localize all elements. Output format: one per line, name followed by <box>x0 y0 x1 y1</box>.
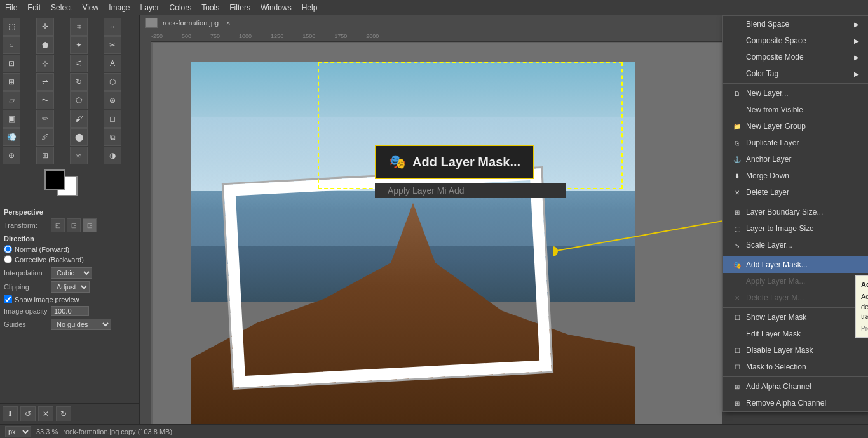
tool-transform[interactable]: ⊡ <box>3 55 20 72</box>
menu-help[interactable]: Help <box>297 2 323 13</box>
menu-layer[interactable]: Layer <box>135 2 165 13</box>
menu-select[interactable]: Select <box>46 2 77 13</box>
tool-mypaint[interactable]: ⬤ <box>70 128 88 146</box>
tool-airbrush[interactable]: 💨 <box>3 128 20 146</box>
tool-fill[interactable]: ▣ <box>3 110 20 128</box>
canvas-filename: rock-formation.jpg <box>163 19 219 27</box>
menu-colors[interactable]: Colors <box>165 2 197 13</box>
tool-measure[interactable]: ⊹ <box>36 55 54 72</box>
foreground-color[interactable] <box>44 169 65 190</box>
tool-resize[interactable]: ↔ <box>104 18 121 36</box>
tool-align[interactable]: ⊞ <box>3 73 20 91</box>
opacity-label: Image opacity <box>4 307 48 315</box>
tool-move[interactable]: ✛ <box>36 18 54 36</box>
menu-file[interactable]: File <box>0 2 22 13</box>
ctx-item-show-layer-mask[interactable]: ☐Show Layer Mask <box>723 309 868 326</box>
tool-bottom-3[interactable]: ✕ <box>38 406 53 421</box>
transform-option-3[interactable]: ◲ <box>83 218 97 232</box>
ctx-item-anchor-layer[interactable]: ⚓Anchor Layer <box>723 151 868 168</box>
tool-perspective-clone[interactable]: ⊞ <box>36 147 54 164</box>
tool-text[interactable]: A <box>104 55 121 72</box>
tool-fuzzy-select[interactable]: ✦ <box>70 36 88 54</box>
main-area: ⬚ ✛ ⌗ ↔ ○ ⬟ ✦ ✂ ⊡ ⊹ ⚟ A ⊞ ⇌ ↻ ⬡ ▱ 〜 ⬠ ⊛ … <box>0 15 868 424</box>
tool-warp[interactable]: 〜 <box>36 91 54 109</box>
menu-windows[interactable]: Windows <box>255 2 297 13</box>
radio-normal[interactable] <box>4 245 12 253</box>
tool-pencil[interactable]: ✏ <box>36 110 54 128</box>
ctx-item-layer-boundary-size[interactable]: ⊞Layer Boundary Size... <box>723 204 868 220</box>
ctx-item-scale-layer[interactable]: ⤡Scale Layer... <box>723 237 868 253</box>
ctx-item-layer-to-image-size[interactable]: ⬚Layer to Image Size <box>723 220 868 237</box>
opacity-input[interactable]: 100.0 <box>51 306 89 316</box>
ctx-item-add-alpha-channel[interactable]: ⊞Add Alpha Channel <box>723 378 868 395</box>
tool-brush[interactable]: 🖌 <box>70 110 88 128</box>
tool-heal[interactable]: ⊕ <box>3 147 20 164</box>
corrective-label: Corrective (Backward) <box>15 256 84 263</box>
ctx-item-mask-to-selection[interactable]: ☐Mask to Selection <box>723 359 868 375</box>
ctx-item-new-layer[interactable]: 🗋New Layer... <box>723 85 868 102</box>
tool-ellipse[interactable]: ○ <box>3 36 20 54</box>
clipping-select[interactable]: Adjust Clip <box>51 281 90 293</box>
ctx-label-color-tag: Color Tag <box>746 69 778 78</box>
show-preview-checkbox[interactable] <box>4 295 12 303</box>
tool-bottom-1[interactable]: ⬇ <box>3 406 18 421</box>
tool-bottom-4[interactable]: ↻ <box>56 406 71 421</box>
menu-view[interactable]: View <box>77 2 104 13</box>
menu-image[interactable]: Image <box>104 2 135 13</box>
ctx-item-composite-space[interactable]: Composite Space▶ <box>723 32 868 49</box>
menu-tools[interactable]: Tools <box>196 2 224 13</box>
menu-filters[interactable]: Filters <box>224 2 255 13</box>
tool-cage[interactable]: ⬠ <box>70 91 88 109</box>
ctx-icon-new-layer: 🗋 <box>732 88 742 98</box>
tool-crop[interactable]: ⌗ <box>70 18 88 36</box>
ctx-item-disable-layer-mask[interactable]: ☐Disable Layer Mask <box>723 342 868 359</box>
tooltip-title: Add Layer Mask... <box>861 280 868 289</box>
tool-unified-transform[interactable]: ⊛ <box>104 91 121 109</box>
vertical-ruler <box>140 30 151 424</box>
tool-rotate[interactable]: ↻ <box>70 73 88 91</box>
ctx-item-remove-alpha-channel[interactable]: ⊞Remove Alpha Channel <box>723 395 868 411</box>
tool-flip[interactable]: ⇌ <box>36 73 54 91</box>
interpolation-select[interactable]: Cubic Linear None Nohalo LoHalo <box>51 267 92 279</box>
ctx-label-apply-layer-mask: Apply Layer Ma... <box>746 277 805 286</box>
tool-scissors[interactable]: ✂ <box>104 36 121 54</box>
ctx-item-composite-mode[interactable]: Composite Mode▶ <box>723 49 868 65</box>
tool-dodge-burn[interactable]: ◑ <box>104 147 121 164</box>
tool-eraser[interactable]: ◻ <box>104 110 121 128</box>
ctx-icon-delete-layer: ✕ <box>732 187 742 197</box>
image-mockup <box>191 62 635 424</box>
radio-corrective[interactable] <box>4 255 12 263</box>
tool-icons-grid: ⬚ ✛ ⌗ ↔ ○ ⬟ ✦ ✂ ⊡ ⊹ ⚟ A ⊞ ⇌ ↻ ⬡ ▱ 〜 ⬠ ⊛ … <box>0 15 139 167</box>
ctx-item-new-layer-group[interactable]: 📁New Layer Group <box>723 118 868 135</box>
interpolation-label: Interpolation <box>4 269 48 277</box>
canvas-close-btn[interactable]: × <box>226 19 230 27</box>
direction-label: Direction <box>4 235 135 242</box>
tool-select-rect[interactable]: ⬚ <box>3 18 20 36</box>
ctx-item-new-from-visible[interactable]: New from Visible <box>723 102 868 118</box>
ctx-item-blend-space[interactable]: Blend Space▶ <box>723 16 868 32</box>
tool-shear[interactable]: ▱ <box>3 91 20 109</box>
canvas-content[interactable]: -250 500 750 1000 1250 1500 1750 2000 <box>140 30 722 424</box>
transform-option-1[interactable]: ◱ <box>51 218 65 232</box>
unit-select[interactable]: px % mm <box>5 426 31 437</box>
tool-ink[interactable]: 🖊 <box>36 128 54 146</box>
ctx-item-delete-layer[interactable]: ✕Delete Layer <box>723 184 868 201</box>
toolbox: ⬚ ✛ ⌗ ↔ ○ ⬟ ✦ ✂ ⊡ ⊹ ⚟ A ⊞ ⇌ ↻ ⬡ ▱ 〜 ⬠ ⊛ … <box>0 15 140 424</box>
guides-select[interactable]: No guides Center lines Rule of thirds <box>51 319 111 330</box>
tool-free-select[interactable]: ⬟ <box>36 36 54 54</box>
tool-perspective[interactable]: ⬡ <box>104 73 121 91</box>
transform-option-2[interactable]: ◳ <box>67 218 81 232</box>
tool-path[interactable]: ⚟ <box>70 55 88 72</box>
ctx-item-color-tag[interactable]: Color Tag▶ <box>723 65 868 82</box>
ctx-item-duplicate-layer[interactable]: ⎘Duplicate Layer <box>723 135 868 151</box>
statusbar: px % mm 33.3 % rock-formation.jpg copy (… <box>0 424 868 438</box>
ctx-item-add-layer-mask[interactable]: 🎭Add Layer Mask... <box>723 256 868 273</box>
color-swatches <box>44 169 95 201</box>
menu-edit[interactable]: Edit <box>22 2 46 13</box>
tool-smudge[interactable]: ≋ <box>70 147 88 164</box>
canvas-image[interactable]: 🎭 Add Layer Mask... Apply Layer Mi Add <box>153 43 722 424</box>
tool-bottom-2[interactable]: ↺ <box>20 406 36 421</box>
ctx-item-edit-layer-mask[interactable]: Edit Layer Mask <box>723 326 868 342</box>
tool-clone[interactable]: ⧉ <box>104 128 121 146</box>
ctx-item-merge-down[interactable]: ⬇Merge Down <box>723 168 868 184</box>
